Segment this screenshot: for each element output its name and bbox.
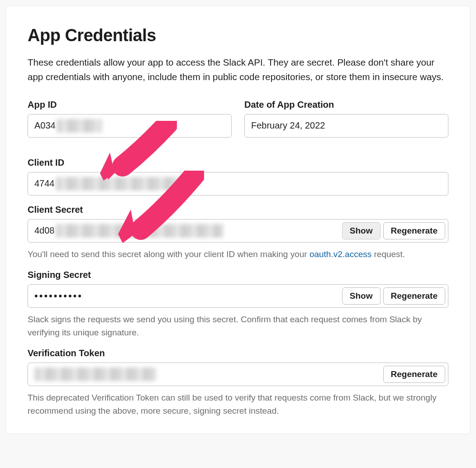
creation-date-label: Date of App Creation bbox=[244, 100, 448, 110]
client-secret-help: You'll need to send this secret along wi… bbox=[28, 248, 448, 261]
client-secret-value: 4d08 bbox=[34, 225, 55, 236]
client-id-field[interactable]: 4744 bbox=[28, 172, 448, 196]
creation-date-field: February 24, 2022 bbox=[244, 114, 448, 138]
signing-secret-label: Signing Secret bbox=[28, 270, 448, 280]
client-secret-field: 4d08 Show Regenerate bbox=[28, 219, 448, 243]
oauth-access-link[interactable]: oauth.v2.access bbox=[309, 249, 371, 259]
client-id-value: 4744 bbox=[34, 178, 55, 189]
redacted-text bbox=[57, 119, 102, 133]
signing-secret-field: •••••••••• Show Regenerate bbox=[28, 284, 448, 308]
verification-token-label: Verification Token bbox=[28, 348, 448, 358]
signing-secret-value-masked: •••••••••• bbox=[34, 290, 83, 302]
signing-secret-regenerate-button[interactable]: Regenerate bbox=[383, 287, 446, 305]
verification-token-help: This deprecated Verification Token can s… bbox=[28, 392, 448, 417]
page-title: App Credentials bbox=[28, 26, 448, 45]
signing-secret-show-button[interactable]: Show bbox=[342, 287, 381, 305]
intro-text: These credentials allow your app to acce… bbox=[28, 55, 448, 84]
app-id-label: App ID bbox=[28, 100, 232, 110]
creation-date-value: February 24, 2022 bbox=[251, 120, 325, 131]
client-secret-regenerate-button[interactable]: Regenerate bbox=[383, 222, 446, 239]
client-id-label: Client ID bbox=[28, 158, 448, 168]
verification-token-field: Regenerate bbox=[28, 363, 448, 386]
signing-secret-help: Slack signs the requests we send you usi… bbox=[28, 313, 448, 339]
redacted-text bbox=[56, 177, 191, 191]
redacted-text bbox=[56, 224, 223, 238]
verification-token-regenerate-button[interactable]: Regenerate bbox=[383, 366, 446, 383]
client-secret-label: Client Secret bbox=[28, 205, 448, 215]
app-id-value: A034 bbox=[34, 120, 56, 131]
app-credentials-panel: App Credentials These credentials allow … bbox=[28, 26, 448, 417]
redacted-text bbox=[34, 368, 157, 381]
app-id-field[interactable]: A034 bbox=[28, 114, 232, 138]
client-secret-show-button[interactable]: Show bbox=[342, 222, 381, 239]
